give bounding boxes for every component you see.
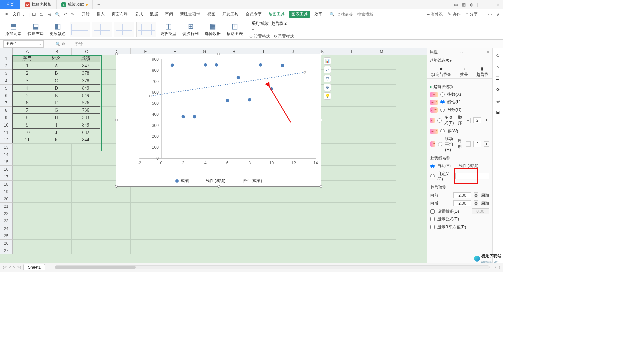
- table-cell[interactable]: K: [42, 136, 71, 143]
- table-header-cell[interactable]: 姓名: [42, 55, 71, 62]
- row-header[interactable]: 7: [0, 99, 13, 107]
- tab-review[interactable]: 审阅: [162, 11, 176, 17]
- row-header[interactable]: 19: [0, 188, 13, 195]
- legend-item[interactable]: 成绩: [175, 178, 189, 184]
- row-header[interactable]: 23: [0, 217, 13, 225]
- sb-location-icon[interactable]: ◎: [495, 98, 501, 104]
- style-thumb[interactable]: [70, 22, 90, 37]
- row-header[interactable]: 8: [0, 107, 13, 114]
- table-cell[interactable]: 849: [71, 84, 100, 92]
- opt-showr2[interactable]: 显示R平方值(R): [430, 224, 489, 230]
- tab-view[interactable]: 视图: [204, 11, 218, 17]
- row-header[interactable]: 26: [0, 240, 13, 247]
- row-header[interactable]: 14: [0, 151, 13, 158]
- sb-styles-icon[interactable]: ◇: [495, 52, 501, 58]
- style-thumb[interactable]: [114, 22, 134, 37]
- table-cell[interactable]: C: [42, 77, 71, 84]
- table-cell[interactable]: 6: [12, 99, 42, 106]
- chart-style-icon[interactable]: 🖌: [324, 66, 331, 73]
- file-menu[interactable]: 文件 ⌄: [11, 11, 28, 17]
- row-header[interactable]: 9: [0, 114, 13, 121]
- ma-period-input[interactable]: [473, 141, 481, 147]
- row-header[interactable]: 13: [0, 144, 13, 151]
- resize-handle[interactable]: [320, 119, 322, 121]
- avatar-icon[interactable]: ◐: [470, 2, 473, 7]
- share[interactable]: ⇪ 分享: [465, 11, 478, 17]
- row-header[interactable]: 4: [0, 77, 13, 85]
- col-header[interactable]: A: [13, 48, 42, 55]
- link-set-format[interactable]: ♢ 设置格式 ⟲ 重置样式: [249, 34, 294, 39]
- tab-template[interactable]: D找殡壳模板: [20, 0, 57, 9]
- nav-next-icon[interactable]: >: [13, 265, 15, 270]
- search-icon[interactable]: 🔍: [328, 12, 336, 17]
- row-header[interactable]: 24: [0, 225, 13, 232]
- row-header[interactable]: 5: [0, 85, 13, 92]
- resize-handle[interactable]: [115, 53, 118, 55]
- tab-formula[interactable]: 公式: [132, 11, 146, 17]
- panel-dropdown[interactable]: 趋势线选项 ▾: [427, 56, 492, 65]
- tab-custom[interactable]: 新建选项卡: [177, 11, 203, 17]
- opt-pow[interactable]: 幂(W): [430, 128, 489, 134]
- resize-handle[interactable]: [320, 53, 322, 55]
- nav-last-icon[interactable]: >⟩: [17, 265, 21, 270]
- row-header[interactable]: 17: [0, 173, 13, 181]
- table-cell[interactable]: 4: [12, 84, 42, 92]
- table-cell[interactable]: 849: [71, 92, 100, 99]
- table-cell[interactable]: 526: [71, 99, 100, 106]
- table-cell[interactable]: 9: [12, 121, 42, 129]
- layout1-icon[interactable]: ▭: [454, 2, 458, 7]
- ptab-effect[interactable]: ◇效果: [460, 66, 468, 78]
- tab-insert[interactable]: 插入: [94, 11, 108, 17]
- opt-name-custom[interactable]: 自定义(C): [430, 171, 489, 181]
- col-header[interactable]: B: [42, 48, 72, 55]
- table-cell[interactable]: 378: [71, 69, 100, 77]
- table-cell[interactable]: 8: [12, 114, 42, 121]
- resize-handle[interactable]: [217, 53, 220, 55]
- saveas-icon[interactable]: 🗀: [38, 12, 45, 17]
- tab-new[interactable]: +: [93, 0, 105, 9]
- radio-log[interactable]: [440, 108, 445, 112]
- radio-poly[interactable]: [437, 118, 442, 123]
- table-header-cell[interactable]: 成绩: [71, 55, 100, 62]
- table-cell[interactable]: G: [42, 106, 71, 114]
- has-changes[interactable]: ☁ 有修改: [426, 11, 443, 17]
- panel-close-icon[interactable]: ✕: [486, 50, 490, 55]
- style-thumb[interactable]: [92, 22, 112, 37]
- opt-name-auto[interactable]: 自动(A) 线性 (成绩): [430, 163, 489, 169]
- opt-lin[interactable]: 线性(L): [430, 99, 489, 105]
- table-cell[interactable]: 632: [71, 129, 100, 136]
- table-cell[interactable]: 2: [12, 69, 42, 77]
- opt-intercept[interactable]: 设置截距(S): [430, 208, 489, 214]
- pin-icon[interactable]: ▱: [460, 50, 463, 55]
- table-cell[interactable]: 378: [71, 77, 100, 84]
- chart-settings-icon[interactable]: ⚙: [324, 84, 331, 91]
- sb-settings-icon[interactable]: ☰: [495, 75, 501, 81]
- row-header[interactable]: 10: [0, 121, 13, 129]
- row-header[interactable]: 20: [0, 195, 13, 203]
- row-header[interactable]: 18: [0, 181, 13, 188]
- radio-lin[interactable]: [440, 100, 445, 104]
- redo-icon[interactable]: ↷: [69, 12, 75, 17]
- name-box[interactable]: 图表 1⌄: [3, 40, 44, 48]
- maximize-icon[interactable]: □: [490, 2, 492, 7]
- table-cell[interactable]: 736: [71, 106, 100, 114]
- opt-ma[interactable]: 移动 平均(M)周期−+: [430, 136, 489, 152]
- close-icon[interactable]: ✕: [496, 2, 500, 7]
- table-cell[interactable]: B: [42, 69, 71, 77]
- table-cell[interactable]: 11: [12, 136, 42, 143]
- row-header[interactable]: 22: [0, 210, 13, 217]
- row-header[interactable]: 11: [0, 129, 13, 136]
- resize-handle[interactable]: [115, 119, 118, 121]
- line-icon[interactable]: |: [477, 2, 478, 7]
- more-icon[interactable]: ⋯: [488, 12, 492, 17]
- fwd-spinner[interactable]: ▴▾: [474, 192, 478, 198]
- row-header[interactable]: 1: [0, 55, 13, 62]
- col-header[interactable]: L: [337, 48, 367, 55]
- tab-data[interactable]: 数据: [147, 11, 161, 17]
- col-header[interactable]: M: [367, 48, 396, 55]
- tab-vip[interactable]: 会员专享: [243, 11, 265, 17]
- btn-quick-layout[interactable]: ⬓快速布局: [25, 22, 46, 37]
- sheet-tab[interactable]: Sheet1: [23, 264, 45, 270]
- select-all-corner[interactable]: [0, 48, 13, 55]
- print-icon[interactable]: 🖨: [46, 12, 53, 17]
